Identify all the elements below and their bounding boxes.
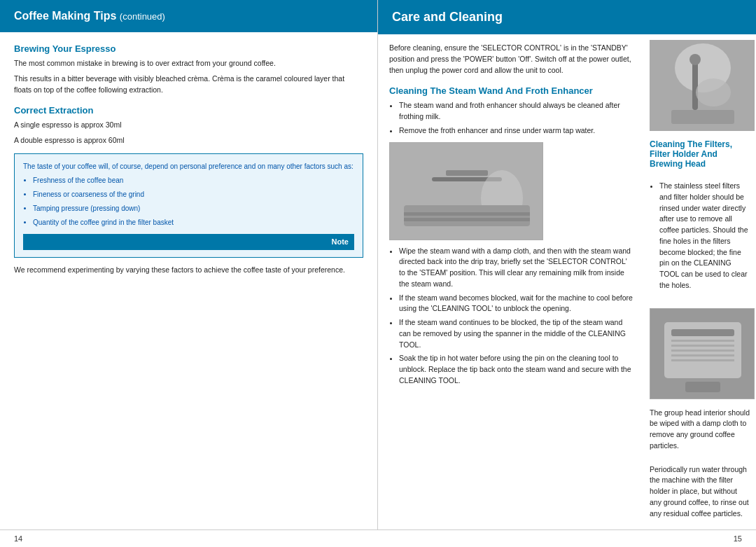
note-bullet-4: Quantity of the coffee grind in the filt… — [33, 217, 354, 228]
steam-wand-top-image — [650, 40, 755, 131]
group-head: The group head interior should be wiped … — [650, 408, 750, 452]
page-number-left: 14 — [14, 534, 22, 543]
svg-point-11 — [696, 78, 731, 106]
filters-bullets: The stainless steel filters and filter h… — [650, 181, 750, 294]
steam-wand-top-svg — [650, 40, 754, 131]
svg-rect-18 — [671, 349, 734, 352]
blocked-bullet-1: If the steam wand becomes blocked, wait … — [399, 293, 633, 315]
brewing-para1: The most common mistake in brewing is to… — [14, 58, 363, 69]
svg-rect-2 — [446, 170, 488, 176]
svg-rect-17 — [671, 345, 734, 347]
extraction-para1: A single espresso is approx 30ml — [14, 120, 363, 131]
right-title: Care and Cleaning — [392, 10, 503, 24]
note-label: Note — [23, 234, 354, 251]
brewing-title: Brewing Your Espresso — [14, 43, 363, 54]
extraction-para2: A double espresso is approx 60ml — [14, 135, 363, 146]
svg-rect-12 — [671, 110, 734, 124]
right-text-column: Before cleaning, ensure the 'SELECTOR CO… — [378, 34, 644, 529]
note-intro: The taste of your coffee will, of course… — [23, 162, 354, 170]
filter-bullet-1: The stainless steel filters and filter h… — [659, 181, 750, 291]
left-content: Brewing Your Espresso The most common mi… — [0, 32, 377, 529]
steam-wand-mid-svg — [390, 142, 542, 240]
footer-right: 15 — [378, 529, 756, 547]
steam-wand-more-bullets: Wipe the steam wand with a damp cloth, a… — [389, 246, 633, 387]
svg-point-10 — [690, 54, 701, 65]
page-number-right: 15 — [734, 534, 742, 543]
page-container: Coffee Making Tips (continued) Brewing Y… — [0, 0, 756, 529]
brewing-para2: This results in a bitter beverage with v… — [14, 74, 363, 96]
note-box: The taste of your coffee will, of course… — [14, 153, 363, 258]
footer-left: 14 — [0, 529, 378, 547]
note-bullet-1: Freshness of the coffee bean — [33, 175, 354, 186]
right-images-column: Cleaning The Filters, Filter Holder And … — [644, 34, 756, 529]
svg-rect-20 — [671, 359, 734, 361]
left-title-continued: (continued) — [120, 11, 165, 22]
svg-rect-16 — [671, 340, 734, 342]
soak-bullet: Soak the tip in hot water before using t… — [399, 353, 633, 386]
svg-rect-21 — [685, 382, 720, 392]
steam-bullet-1: The steam wand and froth enhancer should… — [399, 100, 633, 123]
before-cleaning: Before cleaning, ensure the 'SELECTOR CO… — [389, 43, 633, 76]
left-title: Coffee Making Tips — [14, 10, 116, 22]
wipe-bullet: Wipe the steam wand with a damp cloth, a… — [399, 246, 633, 290]
filter-holder-svg — [650, 308, 754, 399]
recommendation: We recommend experimenting by varying th… — [14, 265, 363, 276]
right-columns: Before cleaning, ensure the 'SELECTOR CO… — [378, 34, 756, 529]
steam-wand-title: Cleaning The Steam Wand And Froth Enhanc… — [389, 85, 633, 96]
right-panel: Care and Cleaning Before cleaning, ensur… — [378, 0, 756, 529]
svg-rect-15 — [671, 329, 734, 336]
steam-bullet-2: Remove the froth enhancer and rinse unde… — [399, 125, 633, 137]
note-bullet-3: Tamping pressure (pressing down) — [33, 203, 354, 214]
svg-rect-6 — [404, 218, 530, 221]
steam-wand-bullets: The steam wand and froth enhancer should… — [389, 100, 633, 136]
extraction-title: Correct Extraction — [14, 105, 363, 116]
blocked-bullet-2: If the steam wand continues to be blocke… — [399, 317, 633, 350]
svg-rect-19 — [671, 354, 734, 356]
right-main-row: Before cleaning, ensure the 'SELECTOR CO… — [378, 34, 756, 529]
filter-holder-image — [650, 308, 755, 399]
right-header: Care and Cleaning — [378, 0, 756, 34]
note-bullets: Freshness of the coffee bean Fineness or… — [23, 175, 354, 228]
svg-rect-9 — [692, 61, 698, 110]
periodically: Periodically run water through the machi… — [650, 464, 750, 520]
svg-rect-5 — [404, 212, 530, 216]
note-bullet-2: Fineness or coarseness of the grind — [33, 189, 354, 200]
left-header: Coffee Making Tips (continued) — [0, 0, 377, 32]
left-panel: Coffee Making Tips (continued) Brewing Y… — [0, 0, 378, 529]
steam-wand-mid-image — [389, 142, 543, 240]
filters-title: Cleaning The Filters, Filter Holder And … — [650, 139, 750, 169]
page-footer: 14 15 — [0, 529, 756, 547]
